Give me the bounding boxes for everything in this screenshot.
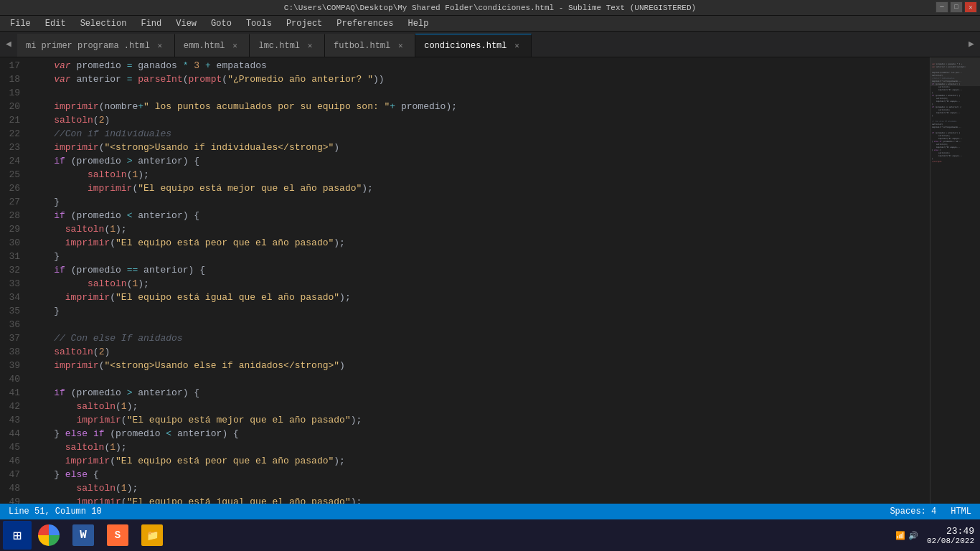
close-button[interactable]: ✕ bbox=[964, 1, 977, 13]
window-title: C:\Users\COMPAQ\Desktop\My Shared Folder… bbox=[6, 4, 974, 12]
code-line-48: saltoln(1); bbox=[32, 481, 930, 495]
status-bar: Line 51, Column 10 Spaces: 4 HTML bbox=[0, 504, 980, 519]
line-num-46: 46 bbox=[6, 454, 20, 468]
taskbar-app-sublime[interactable]: S bbox=[102, 521, 133, 550]
tab-futbol[interactable]: futbol.html ✕ bbox=[325, 34, 415, 57]
clock-time: 23:49 bbox=[927, 526, 974, 537]
line-num-17: 17 bbox=[6, 59, 20, 72]
code-line-42: saltoln(1); bbox=[32, 400, 930, 413]
line-num-41: 41 bbox=[6, 386, 20, 400]
menu-bar: File Edit Selection Find View Goto Tools… bbox=[0, 16, 980, 32]
line-num-44: 44 bbox=[6, 427, 20, 441]
code-line-28: if (promedio < anterior) { bbox=[32, 209, 930, 222]
menu-tools[interactable]: Tools bbox=[239, 16, 279, 31]
clock: 23:49 02/08/2022 bbox=[927, 526, 974, 545]
tab-lmc[interactable]: lmc.html ✕ bbox=[250, 34, 325, 57]
line-numbers: 17 18 19 20 21 22 23 24 25 26 27 28 29 3… bbox=[0, 57, 26, 504]
menu-selection[interactable]: Selection bbox=[73, 16, 134, 31]
code-line-39: imprimir("<strong>Usando else if anidado… bbox=[32, 359, 930, 372]
tab-scroll-left[interactable]: ◀ bbox=[0, 32, 17, 57]
tab-bar: ◀ mi primer programa .html ✕ emm.html ✕ … bbox=[0, 32, 980, 57]
line-num-29: 29 bbox=[6, 222, 20, 236]
sublime-icon: S bbox=[107, 524, 128, 546]
explorer-icon: 📁 bbox=[141, 524, 163, 546]
tab-label: lmc.html bbox=[258, 41, 300, 51]
tab-emm[interactable]: emm.html ✕ bbox=[175, 34, 250, 57]
code-line-19 bbox=[32, 86, 930, 100]
line-num-34: 34 bbox=[6, 291, 20, 304]
line-num-45: 45 bbox=[6, 441, 20, 454]
line-num-32: 32 bbox=[6, 263, 20, 277]
start-button[interactable]: ⊞ bbox=[3, 521, 32, 550]
line-num-21: 21 bbox=[6, 113, 20, 127]
tab-close-futbol[interactable]: ✕ bbox=[395, 40, 406, 52]
menu-edit[interactable]: Edit bbox=[38, 16, 73, 31]
tab-condiciones[interactable]: condiciones.html ✕ bbox=[415, 34, 532, 57]
tab-label: mi primer programa .html bbox=[26, 41, 150, 51]
line-num-42: 42 bbox=[6, 400, 20, 413]
code-line-37: // Con else If anidados bbox=[32, 331, 930, 345]
code-line-40 bbox=[32, 372, 930, 386]
minimap-viewport bbox=[930, 57, 980, 86]
windows-logo-icon: ⊞ bbox=[13, 527, 22, 545]
taskbar-app-chrome[interactable] bbox=[33, 521, 65, 550]
code-line-27: } bbox=[32, 195, 930, 209]
line-num-48: 48 bbox=[6, 481, 20, 495]
tab-close-mi-primer[interactable]: ✕ bbox=[154, 40, 166, 52]
line-num-31: 31 bbox=[6, 250, 20, 263]
taskbar-app-word[interactable]: W bbox=[67, 521, 99, 550]
line-num-18: 18 bbox=[6, 72, 20, 86]
code-line-36 bbox=[32, 318, 930, 331]
code-line-41: if (promedio > anterior) { bbox=[32, 386, 930, 400]
tab-close-lmc[interactable]: ✕ bbox=[304, 40, 316, 52]
line-num-25: 25 bbox=[6, 168, 20, 182]
menu-goto[interactable]: Goto bbox=[204, 16, 239, 31]
code-line-31: } bbox=[32, 250, 930, 263]
clock-date: 02/08/2022 bbox=[927, 537, 974, 545]
tab-scroll-right[interactable]: ▶ bbox=[963, 32, 980, 57]
taskbar-app-explorer[interactable]: 📁 bbox=[136, 521, 168, 550]
code-line-20: imprimir(nombre+" los puntos acumulados … bbox=[32, 100, 930, 113]
code-line-43: imprimir("El equipo está mejor que el añ… bbox=[32, 413, 930, 427]
tab-mi-primer-programa[interactable]: mi primer programa .html ✕ bbox=[17, 34, 175, 57]
volume-icon: 🔊 bbox=[908, 531, 918, 540]
code-line-33: saltoln(1); bbox=[32, 277, 930, 291]
line-num-38: 38 bbox=[6, 345, 20, 359]
line-num-27: 27 bbox=[6, 195, 20, 209]
title-bar: C:\Users\COMPAQ\Desktop\My Shared Folder… bbox=[0, 0, 980, 16]
code-line-35: } bbox=[32, 304, 930, 318]
network-icon: 📶 bbox=[895, 531, 905, 540]
line-num-49: 49 bbox=[6, 495, 20, 504]
code-line-29: saltoln(1); bbox=[32, 222, 930, 236]
code-line-44: } else if (promedio < anterior) { bbox=[32, 427, 930, 441]
code-line-38: saltoln(2) bbox=[32, 345, 930, 359]
code-line-30: imprimir("El equipo está peor que el año… bbox=[32, 236, 930, 250]
spaces-indicator: Spaces: 4 bbox=[890, 507, 936, 517]
line-num-37: 37 bbox=[6, 331, 20, 345]
tab-close-emm[interactable]: ✕ bbox=[229, 40, 240, 52]
line-num-23: 23 bbox=[6, 141, 20, 154]
line-num-26: 26 bbox=[6, 182, 20, 195]
line-num-28: 28 bbox=[6, 209, 20, 222]
status-right: Spaces: 4 HTML bbox=[890, 507, 971, 517]
menu-file[interactable]: File bbox=[3, 16, 38, 31]
code-line-45: saltoln(1); bbox=[32, 441, 930, 454]
tab-close-condiciones[interactable]: ✕ bbox=[511, 40, 522, 52]
menu-project[interactable]: Project bbox=[279, 16, 329, 31]
word-icon: W bbox=[72, 524, 94, 546]
menu-find[interactable]: Find bbox=[133, 16, 169, 31]
maximize-button[interactable]: □ bbox=[950, 1, 963, 13]
tab-label: emm.html bbox=[184, 41, 225, 51]
tab-label: futbol.html bbox=[334, 41, 390, 51]
line-num-20: 20 bbox=[6, 100, 20, 113]
menu-preferences[interactable]: Preferences bbox=[329, 16, 400, 31]
code-line-24: if (promedio > anterior) { bbox=[32, 154, 930, 168]
menu-help[interactable]: Help bbox=[401, 16, 436, 31]
menu-view[interactable]: View bbox=[169, 16, 204, 31]
editor-container: 17 18 19 20 21 22 23 24 25 26 27 28 29 3… bbox=[0, 57, 980, 504]
minimize-button[interactable]: — bbox=[936, 1, 948, 13]
line-num-47: 47 bbox=[6, 468, 20, 481]
line-num-35: 35 bbox=[6, 304, 20, 318]
code-editor[interactable]: var promedio = ganados * 3 + empatados v… bbox=[26, 57, 930, 504]
line-num-40: 40 bbox=[6, 372, 20, 386]
